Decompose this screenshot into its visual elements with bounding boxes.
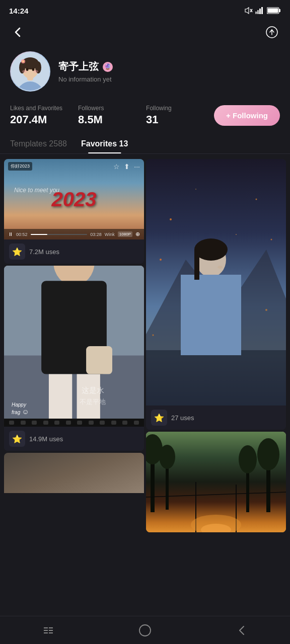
- signal-icon: 5G: [255, 7, 264, 14]
- svg-text:5G: 5G: [255, 11, 259, 14]
- back-button[interactable]: [9, 23, 27, 41]
- happy-frag-text: Happyfrag ☺: [12, 401, 29, 416]
- card-3: ⭐ 27 uses: [146, 159, 286, 430]
- right-column: ⭐ 27 uses: [146, 159, 286, 532]
- battery-icon: [267, 7, 281, 14]
- upload-icon[interactable]: ⬆: [124, 163, 130, 171]
- svg-point-22: [22, 70, 27, 73]
- progress-fill: [31, 234, 48, 235]
- card-2-star-button[interactable]: ⭐: [9, 431, 25, 447]
- svg-point-49: [265, 309, 267, 311]
- card-4-image: [146, 432, 286, 532]
- likes-stat: Likes and Favorites 207.4M: [10, 105, 78, 126]
- following-value: 31: [146, 113, 214, 126]
- nav-bars-button[interactable]: [33, 620, 63, 640]
- nav-back-button[interactable]: [227, 620, 257, 640]
- following-stat: Following 31: [146, 105, 214, 126]
- svg-point-50: [153, 335, 154, 336]
- profile-bio: No information yet: [58, 75, 280, 83]
- left-column: 你好2023 ☆ ⬆ ··· Nice to meet you 2023 ⏸ 0…: [4, 159, 144, 532]
- card-1: 你好2023 ☆ ⬆ ··· Nice to meet you 2023 ⏸ 0…: [4, 159, 144, 264]
- year-2023-text: 2023: [52, 188, 97, 211]
- followers-label: Followers: [78, 105, 146, 112]
- card-1-icons: ☆ ⬆ ···: [113, 163, 140, 171]
- tab-favorites[interactable]: Favorites 13: [81, 139, 128, 153]
- followers-value: 8.5M: [78, 113, 146, 126]
- profile-name-row: 寄予上弦 🔮: [58, 60, 280, 73]
- svg-point-46: [160, 259, 162, 261]
- tab-templates[interactable]: Templates 2588: [10, 139, 67, 153]
- tabs-row: Templates 2588 Favorites 13: [0, 134, 290, 154]
- card-1-bottom: ⭐ 7.2M uses: [4, 239, 144, 264]
- back-nav-icon: [235, 623, 249, 637]
- card-2-uses: 14.9M uses: [29, 435, 63, 443]
- svg-point-23: [33, 70, 38, 73]
- card-1-tag: 你好2023: [8, 162, 32, 171]
- avatar: [10, 51, 50, 92]
- svg-point-43: [170, 218, 172, 220]
- card-2-bottom: ⭐ 14.9M uses: [4, 427, 144, 451]
- nav-home-button[interactable]: [130, 620, 160, 640]
- time-left: 00:52: [16, 232, 28, 237]
- card-1-star-button[interactable]: ⭐: [9, 244, 25, 260]
- more-icon[interactable]: ···: [134, 163, 140, 171]
- svg-rect-8: [279, 9, 280, 12]
- star-icon-2: ⭐: [12, 434, 22, 444]
- likes-label: Likes and Favorites: [10, 105, 78, 112]
- progress-bar[interactable]: [31, 234, 88, 235]
- bars-icon: [41, 623, 55, 637]
- likes-value: 207.4M: [10, 113, 78, 126]
- card-3-image: [146, 159, 286, 406]
- svg-rect-41: [194, 250, 199, 280]
- svg-point-55: [257, 438, 279, 470]
- status-time: 14:24: [9, 7, 28, 15]
- card-1-top-bar: 你好2023 ☆ ⬆ ···: [8, 162, 140, 171]
- person-figure: 这是水 不是平地 Happyfrag ☺: [4, 266, 144, 427]
- star-outline-icon[interactable]: ☆: [113, 163, 120, 171]
- back-icon: [12, 26, 24, 38]
- status-bar: 14:24 5G: [0, 0, 290, 19]
- wink-label: Wink: [105, 232, 115, 237]
- svg-rect-32: [86, 346, 112, 374]
- add-icon[interactable]: ⊕: [135, 231, 140, 237]
- svg-rect-67: [44, 632, 48, 633]
- time-right: 03:28: [90, 232, 102, 237]
- star-icon: ⭐: [12, 247, 22, 257]
- svg-rect-4: [259, 9, 261, 14]
- avatar-image: [11, 52, 49, 91]
- svg-rect-68: [49, 627, 53, 628]
- svg-point-47: [271, 239, 272, 240]
- svg-point-42: [218, 266, 223, 269]
- partial-thumb: [4, 453, 144, 493]
- verified-icon: 🔮: [103, 62, 113, 72]
- card-3-uses: 27 uses: [171, 414, 194, 422]
- profile-info: 寄予上弦 🔮 No information yet: [58, 60, 280, 83]
- svg-text:不是平地: 不是平地: [80, 398, 106, 406]
- following-button[interactable]: + Following: [214, 105, 280, 126]
- partial-card: [4, 453, 144, 493]
- svg-rect-37: [146, 350, 286, 406]
- video-bar: ⏸ 00:52 03:28 Wink 1080P ⊕: [4, 229, 144, 239]
- svg-point-48: [195, 189, 196, 190]
- svg-rect-69: [49, 630, 53, 631]
- card-2: 这是水 不是平地 Happyfrag ☺: [4, 266, 144, 451]
- card-4-thumbnail: [146, 432, 286, 532]
- following-label: Following: [146, 105, 214, 112]
- svg-rect-39: [181, 275, 241, 355]
- card-3-star-button[interactable]: ⭐: [151, 410, 167, 426]
- svg-rect-9: [268, 9, 278, 13]
- svg-rect-66: [44, 630, 48, 631]
- hd-badge: 1080P: [118, 231, 132, 237]
- status-icons: 5G: [245, 7, 281, 14]
- svg-text:这是水: 这是水: [82, 386, 104, 394]
- share-button[interactable]: [263, 23, 281, 41]
- svg-point-57: [239, 445, 257, 473]
- card-2-thumbnail: 这是水 不是平地 Happyfrag ☺: [4, 266, 144, 427]
- home-circle-icon: [138, 623, 152, 637]
- bottom-nav: [0, 616, 290, 644]
- card-3-thumbnail: [146, 159, 286, 406]
- share-icon: [265, 26, 278, 39]
- followers-stat: Followers 8.5M: [78, 105, 146, 126]
- svg-rect-5: [261, 7, 263, 14]
- play-pause-icon[interactable]: ⏸: [8, 231, 13, 237]
